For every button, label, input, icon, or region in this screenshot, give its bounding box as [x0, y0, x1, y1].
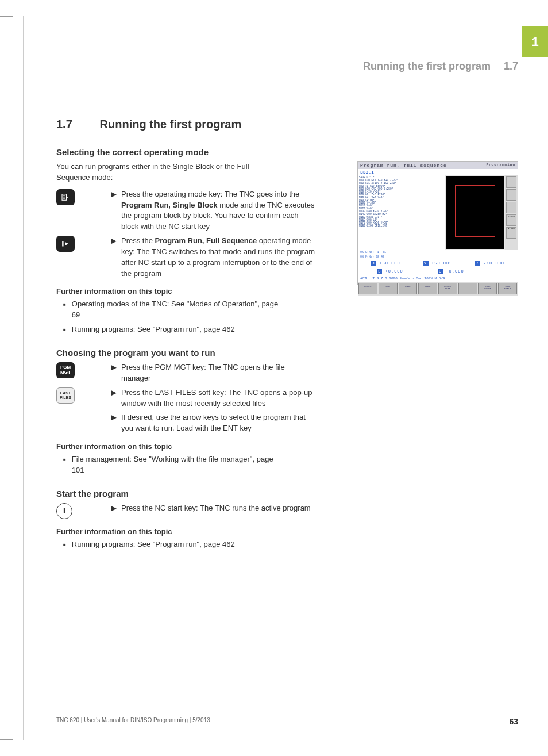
ss-softkey: BLOCK SCAN — [438, 283, 457, 294]
arrow-icon: ▶ — [111, 503, 117, 519]
ss-titlebar: Program run, full sequence Programming — [358, 162, 518, 169]
instruction-row: ▶ If desired, use the arrow keys to sele… — [56, 412, 315, 434]
bullet-icon: ■ — [63, 454, 66, 476]
list-item-text: Running programs: See "Program run", pag… — [72, 324, 235, 335]
pgm-mgt-key-icon: PGM MGT — [56, 362, 75, 378]
nc-start-key-icon: I — [56, 503, 72, 519]
further-info-heading: Further information on this topic — [56, 527, 493, 536]
single-block-key-icon — [56, 189, 75, 205]
ss-info-line: 0% S(Nm) P1 -T1 — [358, 250, 518, 255]
ss-info-line: 0% F(Nm) 08:47 — [358, 255, 518, 259]
ss-softkey — [458, 283, 477, 294]
paragraph: You can run programs either in the Singl… — [56, 162, 280, 183]
instruction-row: PGM MGT ▶ Press the PGM MGT key: The TNC… — [56, 362, 315, 384]
list-item: ■ File management: See "Working with the… — [56, 454, 286, 476]
section-heading: 1.7 Running the first program — [56, 118, 493, 131]
gutter-line — [23, 16, 24, 740]
ss-softkey: TOOL USAGE — [478, 283, 497, 294]
bullet-icon: ■ — [63, 324, 66, 335]
crop-mark — [13, 0, 24, 16]
ss-mode-text: Programming — [486, 163, 515, 168]
ss-status-line: ACTL. T S Z S 2000 8mm/min Ovr 100% M 5/… — [358, 275, 518, 282]
ss-position-display: S +0.000 C +0.000 — [358, 267, 518, 275]
tnc-screenshot: Program run, full sequence Programming 3… — [357, 161, 518, 285]
list-item: ■ Operating modes of the TNC: See "Modes… — [56, 299, 286, 321]
list-item: ■ Running programs: See "Program run", p… — [56, 539, 286, 550]
ss-filename: 333.I — [358, 169, 518, 175]
instruction-text: If desired, use the arrow keys to select… — [121, 412, 315, 434]
last-files-softkey-icon: LAST FILES — [56, 387, 75, 404]
subsection-heading: Choosing the program you want to run — [56, 348, 493, 358]
running-head-title: Running the first program — [363, 60, 491, 72]
subsection-heading: Start the program — [56, 489, 493, 498]
instruction-text: Press the NC start key: The TNC runs the… — [121, 503, 311, 519]
footer-text: TNC 620 | User's Manual for DIN/ISO Prog… — [56, 717, 210, 726]
crop-mark — [0, 16, 13, 17]
page-number: 63 — [509, 717, 518, 726]
further-info-heading: Further information on this topic — [56, 442, 493, 451]
ss-side-button — [506, 176, 516, 188]
list-item: ■ Running programs: See "Program run", p… — [56, 324, 286, 335]
section-number: 1.7 — [56, 118, 97, 131]
ss-side-button — [506, 202, 516, 213]
instruction-text: Press the operating mode key: The TNC go… — [121, 189, 315, 232]
ss-side-button: S100% — [506, 214, 516, 226]
ss-title-text: Program run, full sequence — [360, 163, 447, 168]
instruction-text: Press the Program Run, Full Sequence ope… — [121, 236, 315, 279]
bullet-icon: ■ — [63, 539, 66, 550]
instruction-text: Press the LAST FILES soft key: The TNC o… — [121, 387, 315, 409]
ss-side-button: F100% — [506, 227, 516, 239]
full-sequence-key-icon — [56, 236, 75, 252]
arrow-icon: ▶ — [111, 236, 117, 279]
ss-graphics-preview — [446, 176, 504, 249]
list-item-text: Running programs: See "Program run", pag… — [72, 539, 235, 550]
page-footer: TNC 620 | User's Manual for DIN/ISO Prog… — [56, 717, 518, 726]
instruction-row: ▶ Press the Program Run, Full Sequence o… — [56, 236, 315, 279]
bullet-icon: ■ — [63, 299, 66, 321]
ss-position-display: X +50.000 Y +50.005 Z -10.000 — [358, 259, 518, 267]
arrow-icon: ▶ — [111, 362, 117, 384]
ss-program-listing: %333 G71 * N10 G30 G17 X+0 Y+0 Z-20* N20… — [358, 175, 445, 250]
instruction-row: ▶ Press the operating mode key: The TNC … — [56, 189, 315, 232]
instruction-row: I ▶ Press the NC start key: The TNC runs… — [56, 503, 315, 519]
section-title: Running the first program — [100, 118, 242, 131]
instruction-row: LAST FILES ▶ Press the LAST FILES soft k… — [56, 387, 315, 409]
ss-side-button — [506, 189, 516, 201]
arrow-icon: ▶ — [111, 412, 117, 434]
arrow-icon: ▶ — [111, 387, 117, 409]
ss-softkey: BEGIN — [358, 283, 377, 294]
ss-sidebar: S100% F100% — [505, 175, 518, 250]
ss-softkey: PAGE — [399, 283, 418, 294]
ss-softkey: TOOL TABLE — [498, 283, 517, 294]
ss-softkey: END — [379, 283, 398, 294]
subsection-heading: Selecting the correct operating mode — [56, 147, 493, 157]
list-item-text: File management: See "Working with the f… — [72, 454, 286, 476]
instruction-text: Press the PGM MGT key: The TNC opens the… — [121, 362, 315, 384]
arrow-icon: ▶ — [111, 189, 117, 232]
chapter-tab: 1 — [522, 26, 548, 57]
list-item-text: Operating modes of the TNC: See "Modes o… — [72, 299, 286, 321]
ss-softkey-row: BEGIN END PAGE PAGE BLOCK SCAN TOOL USAG… — [358, 282, 518, 296]
crop-mark — [0, 739, 13, 740]
ss-softkey: PAGE — [418, 283, 437, 294]
crop-mark — [13, 740, 13, 756]
running-head: Running the first program 1.7 — [363, 60, 518, 72]
running-head-section: 1.7 — [504, 60, 518, 72]
